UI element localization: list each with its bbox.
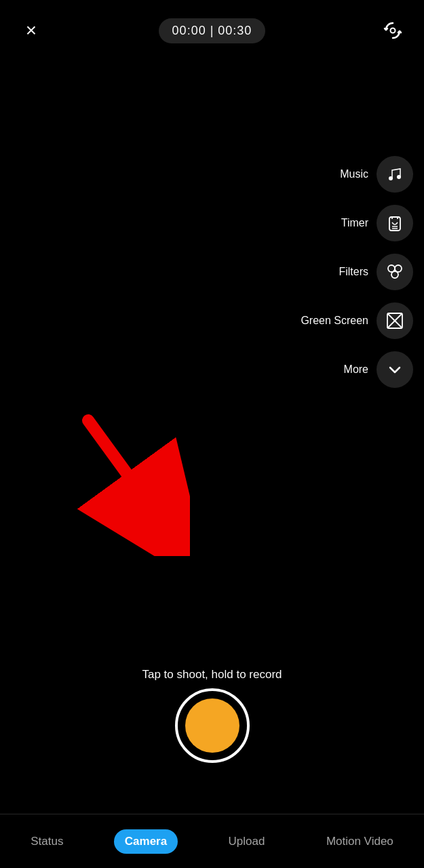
svg-point-10 [391,271,398,278]
green-screen-icon-btn[interactable] [377,302,413,339]
chevron-down-icon [386,361,404,378]
green-screen-icon [385,311,405,331]
tab-status[interactable]: Status [20,829,74,854]
filters-icon [385,262,405,282]
more-icon-btn[interactable] [377,351,413,388]
timer-icon [385,214,404,233]
tab-upload[interactable]: Upload [218,829,276,854]
timer-toolbar-item[interactable]: Timer [341,205,413,241]
tab-camera[interactable]: Camera [114,829,178,854]
tab-motion-video[interactable]: Motion Video [315,829,404,854]
timer-label: Timer [341,217,368,229]
timer-icon-btn[interactable] [377,205,413,241]
bottom-tabs: Status Camera Upload Motion Video [0,814,424,868]
flip-camera-icon [381,19,404,42]
record-button[interactable] [175,688,250,763]
green-screen-toolbar-item[interactable]: Green Screen [301,302,413,339]
more-label: More [344,363,368,376]
music-label: Music [340,168,368,180]
close-icon: × [26,21,37,40]
svg-point-2 [397,175,401,179]
instruction-text: Tap to shoot, hold to record [0,668,424,682]
music-icon [385,165,404,184]
timer-display: 00:00 | 00:30 [159,18,266,43]
red-arrow-icon [54,407,190,556]
music-toolbar-item[interactable]: Music [340,156,413,193]
filters-toolbar-item[interactable]: Filters [339,254,413,290]
filters-label: Filters [339,266,368,278]
instruction-arrow [54,407,190,559]
music-icon-btn[interactable] [377,156,413,193]
right-toolbar: Music Timer Filters [301,156,413,400]
record-ring [175,688,250,763]
svg-point-0 [390,28,395,33]
svg-point-1 [389,176,393,180]
green-screen-label: Green Screen [301,315,368,327]
header: × 00:00 | 00:30 [0,0,424,61]
svg-line-15 [88,420,170,532]
more-toolbar-item[interactable]: More [344,351,413,388]
flip-camera-button[interactable] [378,16,408,45]
filters-icon-btn[interactable] [377,254,413,290]
close-button[interactable]: × [16,16,46,45]
